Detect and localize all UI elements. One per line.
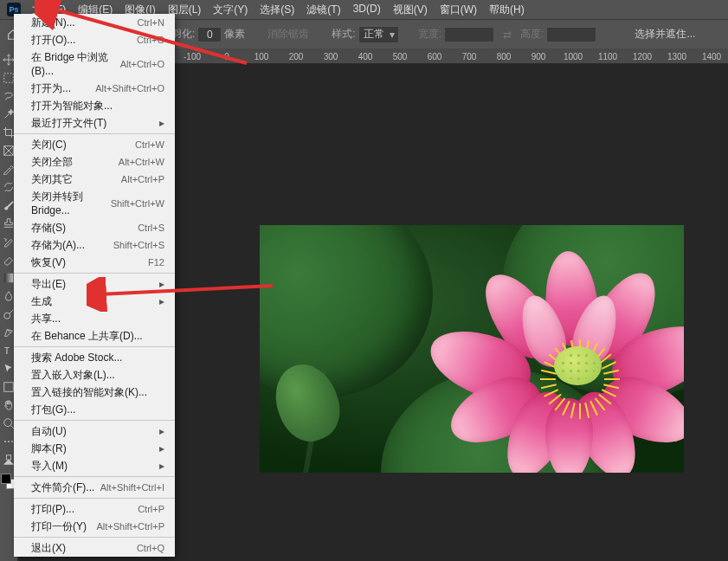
menu-item[interactable]: 存储为(A)...Shift+Ctrl+S xyxy=(14,236,175,254)
ruler-tick: 0 xyxy=(224,52,229,61)
menu-滤镜[interactable]: 滤镜(T) xyxy=(300,0,346,20)
feather-unit: 像素 xyxy=(224,27,245,42)
ruler-tick: 400 xyxy=(358,52,373,61)
menu-item[interactable]: 新建(N)...Ctrl+N xyxy=(14,14,175,31)
menu-item[interactable]: 置入嵌入对象(L)... xyxy=(14,366,175,384)
menu-item[interactable]: 共享... xyxy=(14,310,175,327)
menu-item[interactable]: 导出(E) xyxy=(14,275,175,293)
menu-3d[interactable]: 3D(D) xyxy=(347,0,387,20)
menu-item[interactable]: 置入链接的智能对象(K)... xyxy=(14,384,175,401)
menu-item[interactable]: 打印一份(Y)Alt+Shift+Ctrl+P xyxy=(14,518,175,535)
feather-label: 羽化: xyxy=(171,27,195,42)
ruler-tick: 500 xyxy=(393,52,408,61)
ruler-tick: 1300 xyxy=(667,52,686,61)
style-label: 样式: xyxy=(332,27,355,42)
svg-text:T: T xyxy=(4,345,10,356)
ruler-tick: 700 xyxy=(462,52,477,61)
ruler-tick: 600 xyxy=(428,52,442,61)
menu-item[interactable]: 在 Behance 上共享(D)... xyxy=(14,327,175,345)
swap-wh-icon[interactable]: ⇄ xyxy=(499,27,515,42)
menu-item[interactable]: 存储(S)Ctrl+S xyxy=(14,219,175,236)
menu-item[interactable]: 打印(P)...Ctrl+P xyxy=(14,500,175,518)
feather-value[interactable]: 0 xyxy=(197,27,222,42)
width-input xyxy=(444,27,494,42)
menu-帮助[interactable]: 帮助(H) xyxy=(483,0,531,20)
document-image xyxy=(260,225,684,473)
height-input xyxy=(546,27,596,42)
svg-point-11 xyxy=(4,313,10,319)
ruler-tick: 100 xyxy=(254,52,269,61)
style-select[interactable]: 正常 xyxy=(358,26,399,43)
svg-rect-10 xyxy=(4,274,14,283)
svg-rect-15 xyxy=(6,455,10,460)
menu-item[interactable]: 关闭并转到 Bridge...Shift+Ctrl+W xyxy=(14,188,175,219)
menu-文字[interactable]: 文字(Y) xyxy=(207,0,254,20)
menu-item[interactable]: 退出(X)Ctrl+Q xyxy=(14,539,175,557)
menu-item[interactable]: 关闭其它Alt+Ctrl+P xyxy=(14,171,175,188)
menu-item[interactable]: 导入(M) xyxy=(14,457,175,474)
height-label: 高度: xyxy=(520,27,544,42)
menu-item[interactable]: 搜索 Adobe Stock... xyxy=(14,349,175,366)
menu-item[interactable]: 最近打开文件(T) xyxy=(14,114,175,132)
svg-point-14 xyxy=(4,419,12,427)
menu-item[interactable]: 在 Bridge 中浏览(B)...Alt+Ctrl+O xyxy=(14,48,175,80)
ruler-tick: 200 xyxy=(289,52,304,61)
svg-rect-8 xyxy=(4,74,14,83)
menu-item[interactable]: 打开为智能对象... xyxy=(14,97,175,114)
select-and-mask-button[interactable]: 选择并遮住... xyxy=(624,23,705,45)
menu-item[interactable]: 打包(G)... xyxy=(14,401,175,418)
menu-item[interactable]: 打开(O)...Ctrl+O xyxy=(14,31,175,48)
ruler-tick: 800 xyxy=(497,52,512,61)
file-menu-dropdown: 新建(N)...Ctrl+N打开(O)...Ctrl+O在 Bridge 中浏览… xyxy=(14,14,175,557)
menu-item[interactable]: 恢复(V)F12 xyxy=(14,254,175,271)
menu-窗口[interactable]: 窗口(W) xyxy=(434,0,483,20)
menu-item[interactable]: 关闭(C)Ctrl+W xyxy=(14,136,175,153)
ruler-tick: 1400 xyxy=(702,52,721,61)
svg-rect-13 xyxy=(4,383,14,392)
menu-item[interactable]: 自动(U) xyxy=(14,422,175,440)
ruler-tick: -100 xyxy=(184,52,201,61)
ruler-tick: 900 xyxy=(532,52,546,61)
menu-item[interactable]: 打开为...Alt+Shift+Ctrl+O xyxy=(14,80,175,97)
menu-选择[interactable]: 选择(S) xyxy=(254,0,300,20)
width-label: 宽度: xyxy=(418,27,441,42)
menu-item[interactable]: 脚本(R) xyxy=(14,440,175,457)
ruler-tick: 1000 xyxy=(564,52,583,61)
ruler-tick: 300 xyxy=(324,52,338,61)
menu-item[interactable]: 文件简介(F)...Alt+Shift+Ctrl+I xyxy=(14,479,175,496)
ruler-tick: 1100 xyxy=(598,52,617,61)
ruler-tick: 1200 xyxy=(633,52,652,61)
menu-item[interactable]: 生成 xyxy=(14,293,175,310)
menu-视图[interactable]: 视图(V) xyxy=(387,0,434,20)
menu-item[interactable]: 关闭全部Alt+Ctrl+W xyxy=(14,153,175,171)
antialias-label: 消除锯齿 xyxy=(267,27,309,42)
